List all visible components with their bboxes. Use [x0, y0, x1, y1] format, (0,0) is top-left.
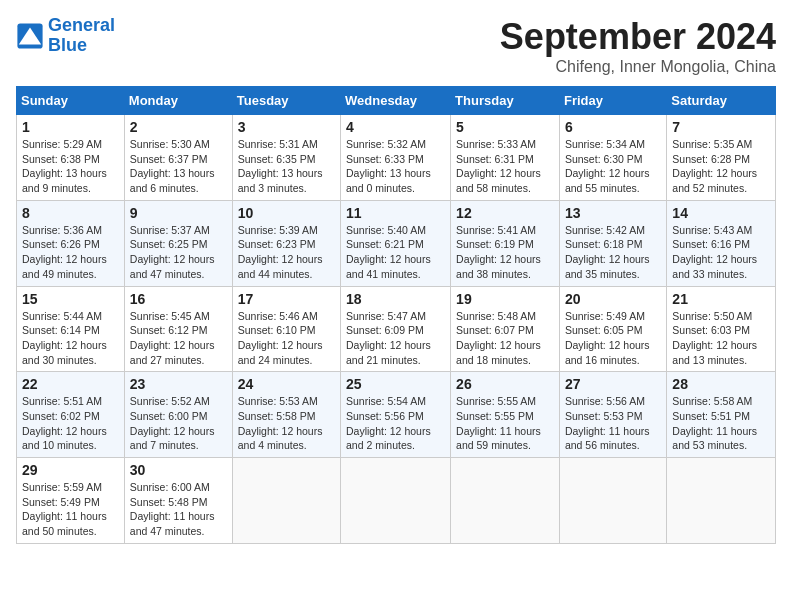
- day-number: 5: [456, 119, 554, 135]
- day-number: 15: [22, 291, 119, 307]
- calendar-cell: 29Sunrise: 5:59 AMSunset: 5:49 PMDayligh…: [17, 458, 125, 544]
- calendar-cell: 4Sunrise: 5:32 AMSunset: 6:33 PMDaylight…: [341, 115, 451, 201]
- day-number: 18: [346, 291, 445, 307]
- calendar-week-4: 22Sunrise: 5:51 AMSunset: 6:02 PMDayligh…: [17, 372, 776, 458]
- day-number: 2: [130, 119, 227, 135]
- calendar-cell: 21Sunrise: 5:50 AMSunset: 6:03 PMDayligh…: [667, 286, 776, 372]
- calendar-cell: 24Sunrise: 5:53 AMSunset: 5:58 PMDayligh…: [232, 372, 340, 458]
- day-number: 13: [565, 205, 661, 221]
- calendar-cell: 17Sunrise: 5:46 AMSunset: 6:10 PMDayligh…: [232, 286, 340, 372]
- title-section: September 2024 Chifeng, Inner Mongolia, …: [500, 16, 776, 76]
- day-info: Sunrise: 5:30 AMSunset: 6:37 PMDaylight:…: [130, 137, 227, 196]
- day-number: 1: [22, 119, 119, 135]
- calendar-cell: [667, 458, 776, 544]
- calendar-cell: 14Sunrise: 5:43 AMSunset: 6:16 PMDayligh…: [667, 200, 776, 286]
- day-info: Sunrise: 5:54 AMSunset: 5:56 PMDaylight:…: [346, 394, 445, 453]
- location-title: Chifeng, Inner Mongolia, China: [500, 58, 776, 76]
- calendar-week-3: 15Sunrise: 5:44 AMSunset: 6:14 PMDayligh…: [17, 286, 776, 372]
- day-number: 7: [672, 119, 770, 135]
- day-info: Sunrise: 5:59 AMSunset: 5:49 PMDaylight:…: [22, 480, 119, 539]
- calendar-week-2: 8Sunrise: 5:36 AMSunset: 6:26 PMDaylight…: [17, 200, 776, 286]
- day-info: Sunrise: 5:56 AMSunset: 5:53 PMDaylight:…: [565, 394, 661, 453]
- calendar-cell: [341, 458, 451, 544]
- day-info: Sunrise: 5:34 AMSunset: 6:30 PMDaylight:…: [565, 137, 661, 196]
- day-number: 17: [238, 291, 335, 307]
- day-info: Sunrise: 5:45 AMSunset: 6:12 PMDaylight:…: [130, 309, 227, 368]
- calendar-cell: [451, 458, 560, 544]
- day-info: Sunrise: 5:35 AMSunset: 6:28 PMDaylight:…: [672, 137, 770, 196]
- calendar-cell: 25Sunrise: 5:54 AMSunset: 5:56 PMDayligh…: [341, 372, 451, 458]
- calendar-cell: 15Sunrise: 5:44 AMSunset: 6:14 PMDayligh…: [17, 286, 125, 372]
- day-info: Sunrise: 5:29 AMSunset: 6:38 PMDaylight:…: [22, 137, 119, 196]
- day-number: 23: [130, 376, 227, 392]
- calendar-cell: 30Sunrise: 6:00 AMSunset: 5:48 PMDayligh…: [124, 458, 232, 544]
- day-info: Sunrise: 5:37 AMSunset: 6:25 PMDaylight:…: [130, 223, 227, 282]
- day-number: 21: [672, 291, 770, 307]
- header: General Blue September 2024 Chifeng, Inn…: [16, 16, 776, 76]
- month-title: September 2024: [500, 16, 776, 58]
- col-sunday: Sunday: [17, 87, 125, 115]
- day-info: Sunrise: 5:33 AMSunset: 6:31 PMDaylight:…: [456, 137, 554, 196]
- day-info: Sunrise: 5:53 AMSunset: 5:58 PMDaylight:…: [238, 394, 335, 453]
- calendar-cell: [559, 458, 666, 544]
- calendar-cell: 19Sunrise: 5:48 AMSunset: 6:07 PMDayligh…: [451, 286, 560, 372]
- day-info: Sunrise: 5:48 AMSunset: 6:07 PMDaylight:…: [456, 309, 554, 368]
- day-number: 19: [456, 291, 554, 307]
- day-info: Sunrise: 5:50 AMSunset: 6:03 PMDaylight:…: [672, 309, 770, 368]
- day-info: Sunrise: 5:32 AMSunset: 6:33 PMDaylight:…: [346, 137, 445, 196]
- day-number: 26: [456, 376, 554, 392]
- calendar-cell: 20Sunrise: 5:49 AMSunset: 6:05 PMDayligh…: [559, 286, 666, 372]
- day-info: Sunrise: 5:36 AMSunset: 6:26 PMDaylight:…: [22, 223, 119, 282]
- day-info: Sunrise: 5:39 AMSunset: 6:23 PMDaylight:…: [238, 223, 335, 282]
- calendar-cell: 18Sunrise: 5:47 AMSunset: 6:09 PMDayligh…: [341, 286, 451, 372]
- calendar-cell: 22Sunrise: 5:51 AMSunset: 6:02 PMDayligh…: [17, 372, 125, 458]
- calendar-cell: 8Sunrise: 5:36 AMSunset: 6:26 PMDaylight…: [17, 200, 125, 286]
- day-info: Sunrise: 5:41 AMSunset: 6:19 PMDaylight:…: [456, 223, 554, 282]
- day-number: 11: [346, 205, 445, 221]
- col-friday: Friday: [559, 87, 666, 115]
- day-number: 29: [22, 462, 119, 478]
- calendar-week-5: 29Sunrise: 5:59 AMSunset: 5:49 PMDayligh…: [17, 458, 776, 544]
- day-info: Sunrise: 5:46 AMSunset: 6:10 PMDaylight:…: [238, 309, 335, 368]
- calendar-cell: 13Sunrise: 5:42 AMSunset: 6:18 PMDayligh…: [559, 200, 666, 286]
- day-number: 30: [130, 462, 227, 478]
- calendar-cell: 6Sunrise: 5:34 AMSunset: 6:30 PMDaylight…: [559, 115, 666, 201]
- day-info: Sunrise: 5:40 AMSunset: 6:21 PMDaylight:…: [346, 223, 445, 282]
- day-info: Sunrise: 5:58 AMSunset: 5:51 PMDaylight:…: [672, 394, 770, 453]
- col-thursday: Thursday: [451, 87, 560, 115]
- day-number: 10: [238, 205, 335, 221]
- day-number: 24: [238, 376, 335, 392]
- day-info: Sunrise: 5:31 AMSunset: 6:35 PMDaylight:…: [238, 137, 335, 196]
- day-number: 12: [456, 205, 554, 221]
- col-monday: Monday: [124, 87, 232, 115]
- day-info: Sunrise: 5:43 AMSunset: 6:16 PMDaylight:…: [672, 223, 770, 282]
- day-number: 8: [22, 205, 119, 221]
- day-number: 22: [22, 376, 119, 392]
- calendar-cell: 26Sunrise: 5:55 AMSunset: 5:55 PMDayligh…: [451, 372, 560, 458]
- header-row: Sunday Monday Tuesday Wednesday Thursday…: [17, 87, 776, 115]
- day-number: 25: [346, 376, 445, 392]
- calendar-cell: 12Sunrise: 5:41 AMSunset: 6:19 PMDayligh…: [451, 200, 560, 286]
- day-info: Sunrise: 5:52 AMSunset: 6:00 PMDaylight:…: [130, 394, 227, 453]
- day-info: Sunrise: 5:42 AMSunset: 6:18 PMDaylight:…: [565, 223, 661, 282]
- col-wednesday: Wednesday: [341, 87, 451, 115]
- calendar-cell: 28Sunrise: 5:58 AMSunset: 5:51 PMDayligh…: [667, 372, 776, 458]
- calendar-cell: 7Sunrise: 5:35 AMSunset: 6:28 PMDaylight…: [667, 115, 776, 201]
- day-info: Sunrise: 5:55 AMSunset: 5:55 PMDaylight:…: [456, 394, 554, 453]
- logo-text: General Blue: [48, 16, 115, 56]
- calendar-cell: 16Sunrise: 5:45 AMSunset: 6:12 PMDayligh…: [124, 286, 232, 372]
- day-number: 3: [238, 119, 335, 135]
- day-info: Sunrise: 5:44 AMSunset: 6:14 PMDaylight:…: [22, 309, 119, 368]
- day-number: 28: [672, 376, 770, 392]
- day-number: 27: [565, 376, 661, 392]
- day-info: Sunrise: 6:00 AMSunset: 5:48 PMDaylight:…: [130, 480, 227, 539]
- calendar-cell: 9Sunrise: 5:37 AMSunset: 6:25 PMDaylight…: [124, 200, 232, 286]
- calendar-cell: 27Sunrise: 5:56 AMSunset: 5:53 PMDayligh…: [559, 372, 666, 458]
- calendar-cell: 11Sunrise: 5:40 AMSunset: 6:21 PMDayligh…: [341, 200, 451, 286]
- col-saturday: Saturday: [667, 87, 776, 115]
- calendar-cell: [232, 458, 340, 544]
- col-tuesday: Tuesday: [232, 87, 340, 115]
- day-number: 6: [565, 119, 661, 135]
- day-info: Sunrise: 5:51 AMSunset: 6:02 PMDaylight:…: [22, 394, 119, 453]
- calendar-cell: 10Sunrise: 5:39 AMSunset: 6:23 PMDayligh…: [232, 200, 340, 286]
